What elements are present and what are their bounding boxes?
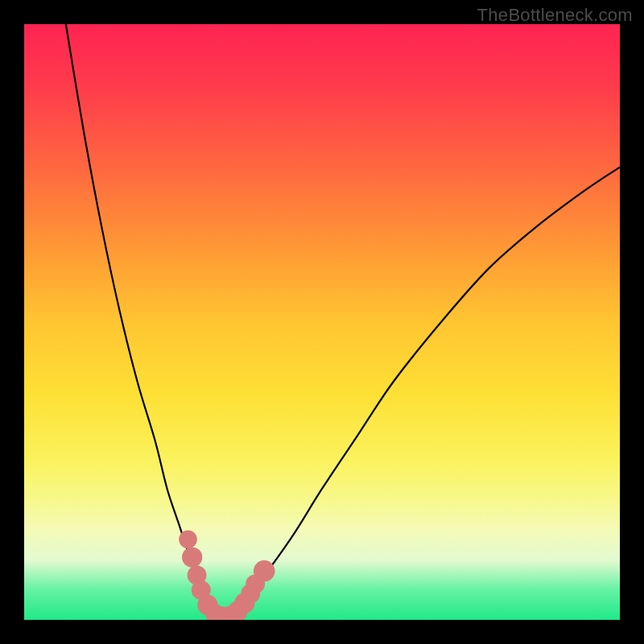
chart-outer-frame: TheBottleneck.com [0, 0, 644, 644]
watermark-label: TheBottleneck.com [477, 5, 633, 26]
valley-markers [179, 530, 275, 620]
valley-marker [254, 560, 275, 582]
valley-marker [179, 530, 197, 549]
valley-marker [182, 547, 202, 568]
left-curve [66, 24, 221, 620]
right-curve [221, 167, 620, 620]
plot-area [24, 24, 620, 620]
chart-svg [24, 24, 620, 620]
